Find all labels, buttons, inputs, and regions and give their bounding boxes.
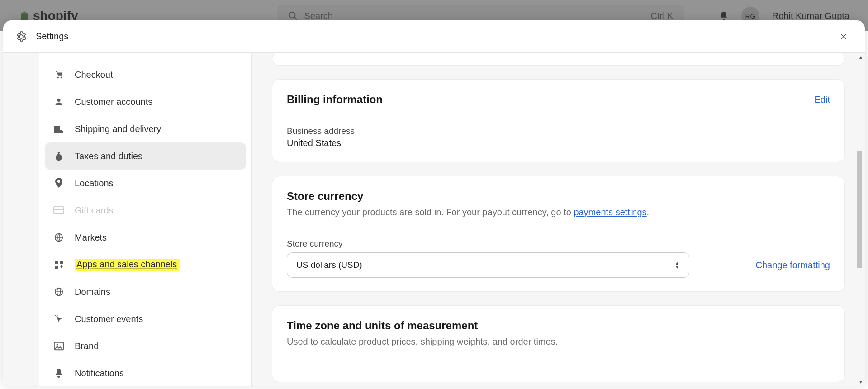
sidebar-item-domains[interactable]: Domains bbox=[45, 278, 246, 305]
scroll-track[interactable] bbox=[857, 56, 863, 383]
card-title: Store currency bbox=[287, 190, 830, 203]
bell-icon bbox=[53, 368, 65, 378]
giftcard-icon bbox=[53, 206, 65, 214]
gear-icon bbox=[16, 31, 27, 42]
card-header: Store currency The currency your product… bbox=[272, 176, 844, 228]
sidebar-item-label: Gift cards bbox=[75, 205, 114, 216]
store-currency-select[interactable]: US dollars (USD) ▲▼ bbox=[287, 252, 689, 278]
business-address-value: United States bbox=[287, 138, 830, 148]
subtitle-text: The currency your products are sold in. … bbox=[287, 207, 574, 217]
sidebar-item-label: Notifications bbox=[75, 368, 124, 379]
svg-point-20 bbox=[57, 344, 58, 346]
moneybag-icon bbox=[53, 151, 65, 161]
cart-icon bbox=[53, 70, 65, 80]
svg-rect-10 bbox=[55, 261, 58, 264]
sidebar-item-customer-accounts[interactable]: Customer accounts bbox=[45, 88, 246, 115]
card-body bbox=[272, 357, 844, 382]
image-icon bbox=[53, 342, 65, 351]
change-formatting-button[interactable]: Change formatting bbox=[755, 260, 830, 278]
pin-icon bbox=[53, 178, 65, 189]
modal-body: Checkout Customer accounts Shipping and … bbox=[3, 53, 865, 386]
card-subtitle: Used to calculate product prices, shippi… bbox=[287, 337, 830, 347]
sidebar-item-label: Checkout bbox=[75, 70, 113, 80]
sidebar-item-label: Domains bbox=[75, 287, 110, 297]
sidebar-item-gift-cards: Gift cards bbox=[45, 197, 246, 224]
close-icon bbox=[840, 33, 848, 41]
sidebar-container: Checkout Customer accounts Shipping and … bbox=[3, 53, 252, 386]
globe-dollar-icon bbox=[53, 232, 65, 242]
sidebar-item-markets[interactable]: Markets bbox=[45, 224, 246, 251]
sidebar-item-brand[interactable]: Brand bbox=[45, 332, 246, 360]
card-subtitle: The currency your products are sold in. … bbox=[287, 207, 830, 218]
card-title: Billing information bbox=[287, 93, 383, 106]
scroll-down-arrow[interactable]: ▾ bbox=[858, 379, 864, 385]
settings-sidebar: Checkout Customer accounts Shipping and … bbox=[39, 53, 252, 386]
currency-field: Store currency US dollars (USD) ▲▼ bbox=[287, 239, 689, 278]
sidebar-item-locations[interactable]: Locations bbox=[45, 170, 246, 197]
modal-header: Settings bbox=[3, 20, 865, 53]
card-billing-information: Billing information Edit Business addres… bbox=[272, 79, 845, 162]
truck-icon bbox=[53, 124, 65, 133]
sidebar-item-label: Customer accounts bbox=[75, 97, 152, 107]
card-store-currency: Store currency The currency your product… bbox=[272, 176, 845, 292]
sidebar-item-shipping[interactable]: Shipping and delivery bbox=[45, 115, 246, 142]
modal-title: Settings bbox=[36, 31, 68, 42]
sidebar-item-label: Customer events bbox=[75, 314, 143, 324]
business-address-label: Business address bbox=[287, 126, 830, 136]
chevron-updown-icon: ▲▼ bbox=[674, 261, 680, 269]
card-header: Billing information Edit bbox=[272, 80, 844, 115]
svg-point-6 bbox=[57, 99, 60, 102]
payments-settings-link[interactable]: payments settings bbox=[574, 207, 646, 217]
svg-line-16 bbox=[55, 315, 57, 317]
sidebar-item-taxes[interactable]: Taxes and duties bbox=[45, 142, 246, 170]
subtitle-text-post: . bbox=[647, 207, 650, 217]
sidebar-item-label: Apps and sales channels bbox=[75, 259, 180, 271]
previous-card-stub bbox=[272, 53, 845, 66]
close-button[interactable] bbox=[835, 30, 852, 43]
sidebar-item-label: Shipping and delivery bbox=[75, 124, 161, 134]
card-title: Time zone and units of measurement bbox=[287, 319, 830, 332]
card-body: Store currency US dollars (USD) ▲▼ Chang… bbox=[272, 228, 844, 291]
card-body: Business address United States bbox=[272, 115, 844, 162]
currency-field-label: Store currency bbox=[287, 239, 689, 249]
sidebar-item-notifications[interactable]: Notifications bbox=[45, 360, 246, 386]
svg-rect-12 bbox=[55, 266, 58, 269]
scroll-thumb[interactable] bbox=[857, 151, 862, 268]
svg-point-5 bbox=[61, 77, 62, 79]
cursor-click-icon bbox=[53, 314, 65, 324]
sidebar-item-apps[interactable]: Apps and sales channels bbox=[45, 251, 246, 278]
sidebar-item-customer-events[interactable]: Customer events bbox=[45, 305, 246, 332]
edit-button[interactable]: Edit bbox=[815, 95, 830, 105]
card-timezone: Time zone and units of measurement Used … bbox=[272, 305, 845, 382]
settings-modal: Settings Checkout Customer accounts Ship… bbox=[3, 20, 865, 386]
sidebar-item-label: Markets bbox=[75, 232, 107, 243]
sidebar-item-checkout[interactable]: Checkout bbox=[45, 61, 246, 88]
vertical-scrollbar[interactable]: ▴ ▾ bbox=[855, 53, 865, 386]
svg-rect-7 bbox=[54, 207, 64, 214]
store-currency-value: US dollars (USD) bbox=[296, 260, 362, 270]
sidebar-item-label: Taxes and duties bbox=[75, 151, 142, 161]
person-icon bbox=[53, 97, 65, 107]
settings-main: Billing information Edit Business addres… bbox=[252, 53, 865, 386]
apps-grid-icon bbox=[53, 260, 65, 269]
sidebar-item-label: Brand bbox=[75, 341, 99, 351]
sidebar-item-label: Locations bbox=[75, 178, 114, 189]
svg-rect-11 bbox=[60, 261, 63, 264]
card-header: Time zone and units of measurement Used … bbox=[272, 306, 844, 357]
svg-point-4 bbox=[57, 77, 59, 79]
globe-icon bbox=[53, 287, 65, 297]
currency-row: Store currency US dollars (USD) ▲▼ Chang… bbox=[287, 239, 830, 278]
